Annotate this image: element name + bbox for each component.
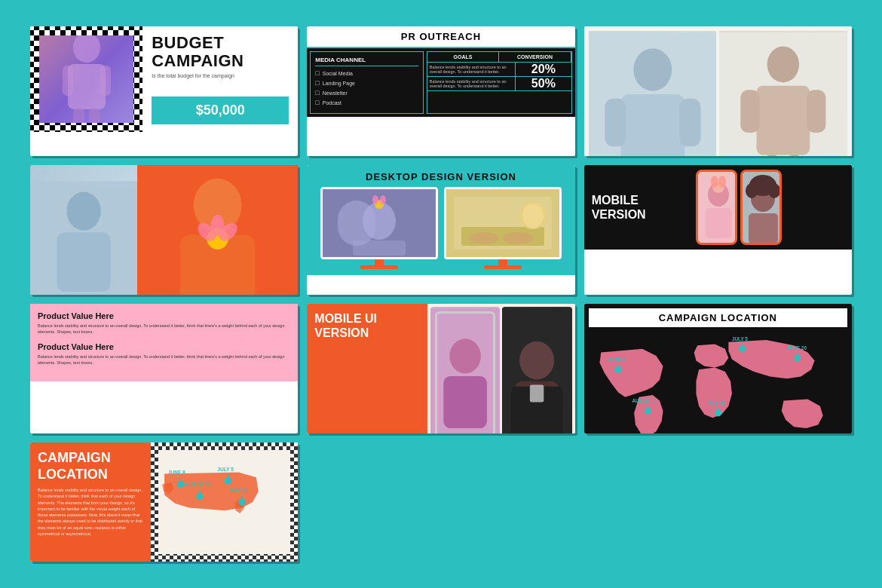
svg-text:MAY 15: MAY 15	[230, 488, 247, 493]
slide5-base-1	[360, 265, 398, 269]
slide-desktop-design: DESKTOP DESIGN VERSION	[307, 165, 574, 295]
slide-budget-campaign: BUDGET CAMPAIGN Is the total budget for …	[30, 26, 298, 156]
slide2-item-podcast: Podcast	[315, 99, 418, 106]
slide2-row2-text: Balance lends stability and structure to…	[427, 77, 516, 90]
slide7-title: MOBILE UI VERSION	[314, 311, 420, 340]
slide2-goals-label: GOALS	[427, 52, 499, 63]
slide3-photo-right	[719, 31, 847, 156]
slide8-header: CAMPAIGN LOCATION	[587, 307, 849, 329]
slide7-images	[427, 304, 574, 433]
slide1-content: BUDGET CAMPAIGN Is the total budget for …	[142, 26, 298, 132]
slide5-stand-1	[360, 259, 398, 269]
svg-point-52	[746, 183, 758, 198]
slide2-content: MEDIA CHANNEL Social Media Landing Page …	[307, 48, 574, 117]
slide-campaign-location-right: CAMPAIGN LOCATION Balance lends stabilit…	[30, 443, 298, 562]
svg-rect-20	[57, 233, 111, 292]
svg-rect-13	[757, 86, 810, 155]
svg-text:MAY 15: MAY 15	[708, 400, 725, 406]
svg-point-33	[372, 195, 378, 204]
slide4-image-left	[30, 165, 137, 295]
svg-point-47	[718, 176, 726, 188]
slide3-photo-left	[589, 31, 717, 156]
slide7-product2-text: Balance lends stability and structure to…	[38, 354, 290, 366]
slide7-product2: Product Value Here Balance lends stabili…	[38, 342, 290, 373]
slide-mobile-ui-version: MOBILE UI VERSION	[307, 304, 574, 433]
slide2-row1-pct: 20%	[516, 63, 571, 76]
slide4-image-right	[137, 165, 298, 295]
svg-rect-31	[338, 201, 375, 246]
svg-rect-15	[807, 90, 825, 133]
slide6-phones	[691, 165, 852, 250]
slide3-photos	[584, 26, 852, 156]
slide1-subtitle: Is the total budget for the campaign	[152, 73, 289, 78]
slide5-screen-2	[446, 189, 559, 257]
slide6-phone-1	[696, 170, 737, 245]
slide5-monitor-1-frame	[320, 187, 438, 259]
slide7-tablet-outline	[435, 311, 495, 433]
slide-concept-portfolio: CONCEPT PORTOFOLIO	[584, 26, 852, 156]
slide2-row2: Balance lends stability and structure to…	[427, 77, 571, 91]
slide-pr-outreach: PR OUTREACH MEDIA CHANNEL Social Media L…	[307, 26, 574, 156]
slide-product-value: Product Value Here Balance lends stabili…	[30, 304, 298, 433]
svg-rect-44	[706, 208, 732, 238]
slide2-item-social: Social Media	[315, 69, 418, 77]
slide9-text: CAMPAIGN LOCATION Balance lends stabilit…	[30, 443, 151, 562]
slide8-map: JUNE 2 JULY 5 JUNE 20 AUGUST 1	[587, 332, 849, 433]
slide2-item-landing: Landing Page	[315, 79, 418, 87]
svg-rect-14	[741, 90, 760, 133]
svg-point-40	[469, 232, 499, 244]
svg-rect-8	[620, 94, 684, 156]
svg-text:JUNE 2: JUNE 2	[608, 357, 625, 362]
slide7-product1-title: Product Value Here	[38, 311, 290, 320]
svg-point-7	[633, 48, 672, 91]
slide7-product1: Product Value Here Balance lends stabili…	[38, 311, 290, 342]
slide2-header: PR OUTREACH	[307, 26, 574, 48]
slide4-top-row	[30, 165, 298, 295]
slide7-person-dark	[502, 307, 571, 433]
slide2-goals: GOALS CONVERSION Balance lends stability…	[427, 51, 572, 114]
slide2-row1-text: Balance lends stability and structure to…	[427, 63, 516, 76]
slide5-monitor-2	[444, 187, 562, 269]
svg-text:JUNE 8: JUNE 8	[168, 470, 185, 475]
slide5-base-2	[484, 265, 522, 269]
slide2-row2-pct: 50%	[516, 77, 571, 90]
slide9-map-area: JUNE 8 JULY 5 AUGUST 12 MAY 15	[151, 443, 298, 562]
svg-point-58	[519, 341, 554, 380]
slide6-title: MOBILE VERSION	[592, 193, 684, 222]
slide-campaign-concept: CAMPAIGN CONCEPT Balance lends stability…	[30, 165, 298, 295]
svg-point-41	[503, 232, 533, 244]
slide2-conversion-label: CONVERSION	[499, 52, 571, 63]
slide5-stand-2	[484, 259, 522, 269]
slide2-media-label: MEDIA CHANNEL	[315, 57, 418, 66]
svg-text:JULY 5: JULY 5	[217, 467, 234, 472]
slide2-media-channel: MEDIA CHANNEL Social Media Landing Page …	[310, 51, 423, 114]
svg-rect-9	[605, 99, 626, 147]
slide5-title: DESKTOP DESIGN VERSION	[366, 171, 516, 182]
slide7-product2-title: Product Value Here	[38, 342, 290, 351]
svg-point-39	[522, 204, 544, 228]
slide6-phone-2	[740, 170, 782, 245]
presentation-grid: BUDGET CAMPAIGN Is the total budget for …	[23, 19, 859, 569]
svg-text:JULY 5: JULY 5	[732, 336, 748, 341]
svg-point-34	[380, 195, 386, 204]
svg-rect-61	[530, 384, 544, 402]
slide7-tablet	[430, 307, 500, 433]
slide9-title: CAMPAIGN LOCATION	[38, 450, 143, 482]
svg-rect-50	[749, 213, 778, 243]
slide1-amount: $50,000	[152, 96, 289, 124]
slide5-monitor-2-frame	[444, 187, 562, 259]
slide5-screen-1	[323, 189, 436, 257]
svg-text:AUGUST 12: AUGUST 12	[183, 482, 211, 487]
slide7-left: MOBILE UI VERSION	[307, 304, 427, 433]
slide1-title: BUDGET CAMPAIGN	[152, 34, 289, 70]
svg-point-19	[66, 192, 100, 231]
slide1-image-panel	[30, 26, 142, 132]
svg-text:JUNE 20: JUNE 20	[787, 345, 807, 351]
svg-point-46	[711, 176, 718, 188]
slide2-item-newsletter: Newsletter	[315, 89, 418, 96]
slide6-text: MOBILE VERSION	[584, 185, 691, 229]
slide-mobile-version: MOBILE VERSION	[584, 165, 852, 295]
slide-campaign-location-center: CAMPAIGN LOCATION	[584, 304, 852, 433]
svg-point-53	[768, 183, 780, 198]
slide5-monitor-1	[320, 187, 438, 269]
